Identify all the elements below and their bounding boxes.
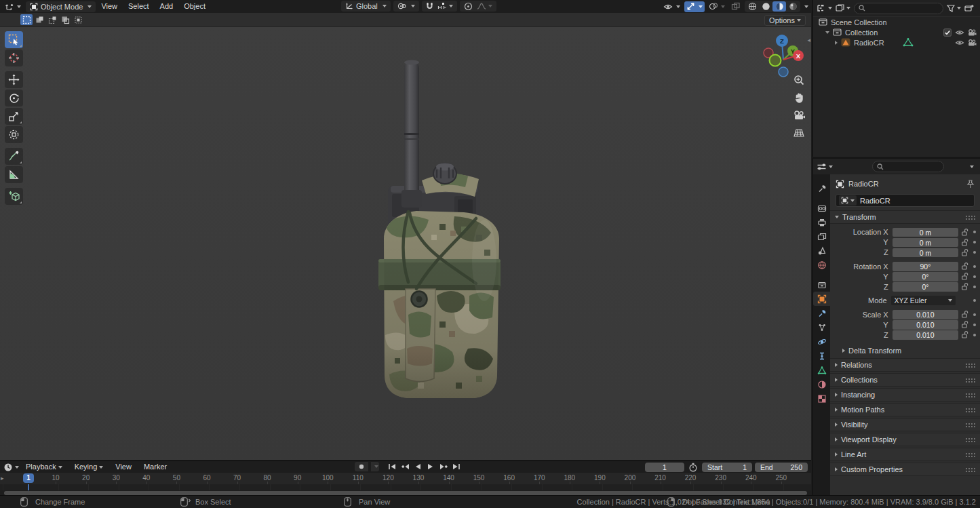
transform-value-field[interactable]: 0.010 xyxy=(893,310,958,319)
breadcrumb-object-label[interactable]: RadioCR xyxy=(848,180,879,188)
props-tab-view-layer[interactable] xyxy=(813,229,830,243)
panel-grip-icon[interactable] xyxy=(965,215,975,220)
xray-toggle[interactable] xyxy=(729,1,743,12)
transform-value-field[interactable]: 0° xyxy=(893,282,958,292)
select-mode-intersect-button[interactable] xyxy=(72,14,84,25)
transform-value-field[interactable]: 0° xyxy=(893,272,958,281)
tool-select-box[interactable] xyxy=(5,31,23,48)
mode-dropdown[interactable]: Object Mode xyxy=(26,1,96,12)
pan-button[interactable] xyxy=(792,91,806,104)
eye-icon[interactable] xyxy=(955,39,964,46)
tool-transform[interactable] xyxy=(5,126,23,143)
select-mode-subtract-button[interactable] xyxy=(46,14,58,25)
transform-panel-header[interactable]: Transform xyxy=(830,210,980,224)
proportional-edit-icon[interactable] xyxy=(464,2,473,11)
viewport-canvas[interactable]: Z Y X ◂ xyxy=(0,27,811,460)
panel-header-visibility[interactable]: Visibility xyxy=(830,418,980,431)
tool-add-cube[interactable] xyxy=(5,188,23,205)
outliner-display-mode-button[interactable] xyxy=(836,4,850,12)
panel-header-motion-paths[interactable]: Motion Paths xyxy=(830,403,980,416)
animate-property-dot[interactable] xyxy=(973,241,976,243)
lock-toggle[interactable] xyxy=(962,249,968,256)
panel-grip-icon[interactable] xyxy=(965,467,975,472)
auto-keying-button[interactable] xyxy=(355,462,368,471)
stopwatch-icon[interactable] xyxy=(688,463,698,472)
lock-open-icon[interactable] xyxy=(962,283,968,290)
gizmo-axis-neg-y[interactable] xyxy=(770,55,781,66)
transform-value-field[interactable]: 0.010 xyxy=(893,330,958,340)
animate-property-dot[interactable] xyxy=(973,313,976,316)
select-mode-extend-button[interactable] xyxy=(33,14,45,25)
play-button[interactable] xyxy=(425,462,436,471)
rotation-mode-dropdown[interactable]: XYZ Euler xyxy=(891,296,956,305)
panel-grip-icon[interactable] xyxy=(965,452,975,457)
snap-magnet-icon[interactable] xyxy=(426,2,433,10)
radio-model[interactable] xyxy=(374,57,510,410)
lock-open-icon[interactable] xyxy=(962,331,968,338)
props-tab-particles[interactable] xyxy=(813,320,830,334)
object-id-icon-dropdown[interactable] xyxy=(839,195,857,206)
new-collection-button[interactable] xyxy=(964,4,974,12)
shading-wireframe-button[interactable] xyxy=(745,1,759,12)
lock-toggle[interactable] xyxy=(962,331,968,338)
menu-object[interactable]: Object xyxy=(178,0,211,13)
tool-measure[interactable] xyxy=(5,166,23,183)
menu-select[interactable]: Select xyxy=(123,0,155,13)
panel-header-viewport-display[interactable]: Viewport Display xyxy=(830,433,980,446)
props-tab-texture[interactable] xyxy=(813,391,830,406)
lock-open-icon[interactable] xyxy=(962,273,968,280)
animate-property-dot[interactable] xyxy=(973,334,976,336)
playhead-line[interactable] xyxy=(28,484,29,490)
props-tab-object[interactable] xyxy=(813,292,830,306)
props-tab-modifiers[interactable] xyxy=(813,306,830,320)
outliner-search[interactable] xyxy=(854,3,943,14)
overlays-toggle[interactable] xyxy=(707,1,727,12)
start-frame-field[interactable]: Start 1 xyxy=(702,463,752,472)
properties-editor-type-button[interactable] xyxy=(817,163,833,171)
outliner-row-radiocr[interactable]: RadioCR xyxy=(813,37,980,47)
outliner-row-collection[interactable]: Collection xyxy=(813,27,980,37)
lock-open-icon[interactable] xyxy=(962,311,968,318)
props-tab-collection[interactable] xyxy=(813,277,830,292)
timeline-region-toggle[interactable]: ▸ xyxy=(1,475,4,482)
panel-grip-icon[interactable] xyxy=(965,408,975,412)
jump-to-start-button[interactable] xyxy=(387,462,397,471)
tool-annotate[interactable] xyxy=(5,148,23,165)
panel-grip-icon[interactable] xyxy=(965,363,975,368)
tool-scale[interactable] xyxy=(5,108,23,125)
pin-icon[interactable] xyxy=(966,180,975,189)
perspective-toggle-button[interactable] xyxy=(792,126,806,140)
camera-icon[interactable] xyxy=(968,39,977,46)
panel-grip-icon[interactable] xyxy=(965,437,975,442)
delta-transform-header[interactable]: Delta Transform xyxy=(830,345,980,357)
lock-toggle[interactable] xyxy=(962,229,968,236)
falloff-dropdown[interactable] xyxy=(477,2,492,10)
snap-target-dropdown[interactable] xyxy=(437,2,453,10)
lock-toggle[interactable] xyxy=(962,321,968,328)
menu-marker[interactable]: Marker xyxy=(138,461,172,473)
animate-property-dot[interactable] xyxy=(973,251,976,254)
menu-timeline-view[interactable]: View xyxy=(110,461,137,473)
panel-grip-icon[interactable] xyxy=(965,393,975,397)
disclosure-open-icon[interactable] xyxy=(825,31,829,34)
options-dropdown[interactable]: Options xyxy=(764,15,806,26)
next-keyframe-button[interactable] xyxy=(438,462,449,471)
props-tab-world[interactable] xyxy=(813,258,830,272)
animate-property-dot[interactable] xyxy=(973,275,976,278)
playhead-frame-badge[interactable]: 1 xyxy=(23,473,34,483)
prev-keyframe-button[interactable] xyxy=(399,462,410,471)
animate-property-dot[interactable] xyxy=(973,286,976,288)
lock-open-icon[interactable] xyxy=(962,249,968,256)
transform-value-field[interactable]: 0 m xyxy=(893,248,958,258)
tool-move[interactable] xyxy=(5,71,23,88)
animate-property-dot[interactable] xyxy=(973,299,976,302)
lock-toggle[interactable] xyxy=(962,283,968,290)
editor-type-button[interactable] xyxy=(3,1,23,12)
timeline-ruler[interactable]: 1 10203040506070809010011012013014015016… xyxy=(0,473,811,485)
props-tab-render[interactable] xyxy=(813,201,830,215)
props-tab-material[interactable] xyxy=(813,377,830,391)
panel-header-relations[interactable]: Relations xyxy=(830,358,980,372)
select-mode-new-button[interactable] xyxy=(20,14,33,25)
menu-add[interactable]: Add xyxy=(155,0,179,13)
panel-grip-icon[interactable] xyxy=(965,378,975,383)
